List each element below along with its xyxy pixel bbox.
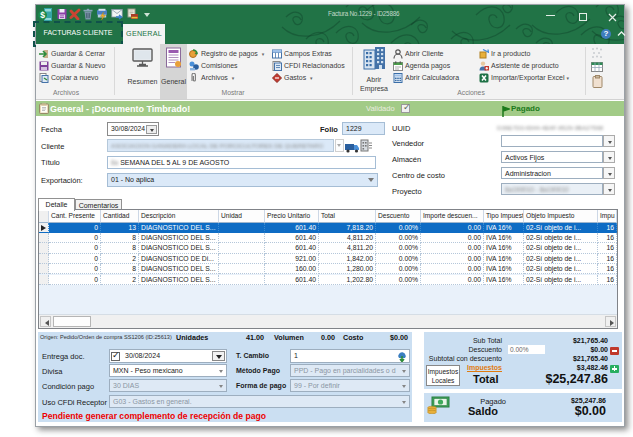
svg-text:$: $: [40, 10, 45, 20]
